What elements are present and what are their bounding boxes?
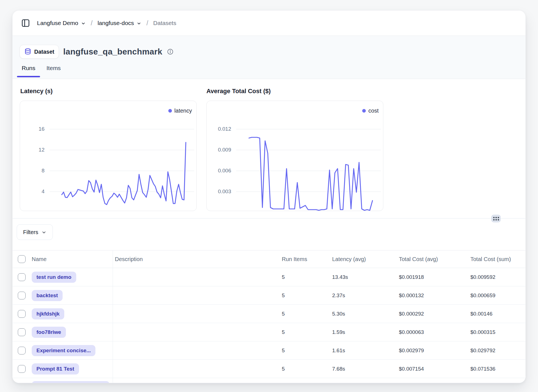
top-bar: Langfuse Demo / langfuse-docs / Datasets <box>13 11 525 36</box>
dataset-badge-label: Dataset <box>34 49 54 55</box>
cost-legend: cost <box>362 108 379 114</box>
column-header-total-cost-sum[interactable]: Total Cost (sum) <box>470 256 511 262</box>
latency-line-chart <box>20 101 197 211</box>
cell-total-cost-avg: $0.000063 <box>399 329 424 335</box>
table-row[interactable]: backtest 5 2.37s $0.000132 $0.000659 <box>13 286 525 305</box>
row-checkbox[interactable] <box>18 328 26 336</box>
select-all-checkbox[interactable] <box>18 255 26 263</box>
sidebar-toggle-icon[interactable] <box>21 18 30 28</box>
latency-legend: latency <box>168 108 192 114</box>
run-name-badge[interactable]: backtest <box>32 290 63 301</box>
breadcrumb-page[interactable]: Datasets <box>153 20 176 26</box>
column-header-run-items[interactable]: Run Items <box>282 256 307 262</box>
run-name-badge[interactable]: Experiment concise... <box>32 345 95 356</box>
breadcrumb-org-label: Langfuse Demo <box>37 20 78 26</box>
cell-total-cost-avg: $0.001918 <box>399 274 424 280</box>
table-row[interactable]: foo78riwe 5 1.59s $0.000063 $0.000315 <box>13 323 525 341</box>
cell-latency-avg: 13.43s <box>332 274 348 280</box>
cell-total-cost-avg: $0.000292 <box>399 311 424 317</box>
legend-label: cost <box>368 108 379 114</box>
cell-latency-avg: 5.30s <box>332 311 345 317</box>
run-name-badge[interactable]: foo78riwe <box>32 327 66 338</box>
grip-dots-icon <box>493 217 499 220</box>
tab-items[interactable]: Items <box>42 65 65 79</box>
latency-chart-card: 16 12 8 4 latency <box>20 101 197 211</box>
legend-label: latency <box>174 108 192 114</box>
legend-dot <box>362 109 366 113</box>
cell-run-items: 5 <box>282 274 285 280</box>
cell-total-cost-avg: $0.007154 <box>399 366 424 372</box>
panel-resize-handle[interactable] <box>491 215 501 222</box>
breadcrumb-project-label: langfuse-docs <box>98 20 134 26</box>
cost-line-chart <box>207 101 383 211</box>
chevron-down-icon <box>81 21 86 26</box>
row-checkbox[interactable] <box>18 292 26 299</box>
cell-total-cost-sum: $0.000659 <box>470 292 495 299</box>
row-checkbox[interactable] <box>18 310 26 318</box>
cell-latency-avg: 2.37s <box>332 292 345 299</box>
breadcrumb-slash: / <box>91 19 92 27</box>
column-header-latency-avg[interactable]: Latency (avg) <box>332 256 366 262</box>
run-name-badge[interactable]: Prompt 81 Test <box>32 363 79 374</box>
run-name-badge[interactable] <box>32 381 110 383</box>
column-header-description[interactable]: Description <box>115 256 143 262</box>
table-row[interactable]: Experiment concise... 5 1.61s $0.002979 … <box>13 341 525 360</box>
page-title: langfuse_qa_benchmark <box>63 47 162 56</box>
table-row[interactable] <box>13 378 525 383</box>
table-row[interactable]: test run demo 5 13.43s $0.001918 $0.0095… <box>13 268 525 286</box>
cell-latency-avg: 7.68s <box>332 366 345 372</box>
legend-dot <box>168 109 172 113</box>
chevron-down-icon <box>41 230 46 235</box>
database-icon <box>24 48 31 55</box>
latency-chart-title: Latency (s) <box>20 88 53 95</box>
run-name-badge[interactable]: test run demo <box>32 272 76 283</box>
tab-bar: Runs Items <box>17 65 65 79</box>
cell-total-cost-sum: $0.009592 <box>470 274 495 280</box>
cell-total-cost-sum: $0.071536 <box>470 366 495 372</box>
cell-run-items: 5 <box>282 366 285 372</box>
dataset-header-section: Dataset langfuse_qa_benchmark Runs Items <box>13 36 525 79</box>
column-divider <box>113 250 113 383</box>
column-header-total-cost-avg[interactable]: Total Cost (avg) <box>399 256 438 262</box>
breadcrumb-slash: / <box>146 19 148 27</box>
cell-latency-avg: 1.59s <box>332 329 345 335</box>
cell-total-cost-sum: $0.029792 <box>470 348 495 354</box>
table-body: test run demo 5 13.43s $0.001918 $0.0095… <box>13 268 525 383</box>
breadcrumb-org[interactable]: Langfuse Demo <box>37 20 86 26</box>
cost-chart-title: Average Total Cost ($) <box>206 88 271 95</box>
info-icon[interactable] <box>167 48 174 55</box>
app-window: Langfuse Demo / langfuse-docs / Datasets <box>12 10 526 383</box>
section-divider <box>13 218 525 219</box>
cell-run-items: 5 <box>282 348 285 354</box>
cell-total-cost-avg: $0.000132 <box>399 292 424 299</box>
cell-total-cost-sum: $0.000315 <box>470 329 495 335</box>
run-name-badge[interactable]: hjkfdshjk <box>32 308 64 319</box>
chevron-down-icon <box>137 21 141 26</box>
cell-total-cost-sum: $0.00146 <box>470 311 492 317</box>
runs-table: Name Description Run Items Latency (avg)… <box>13 250 525 383</box>
cell-latency-avg: 1.61s <box>332 348 345 354</box>
column-header-name[interactable]: Name <box>32 256 46 262</box>
row-checkbox[interactable] <box>18 273 26 281</box>
filters-button[interactable]: Filters <box>17 224 53 240</box>
filters-button-label: Filters <box>23 229 38 235</box>
table-row[interactable]: Prompt 81 Test 5 7.68s $0.007154 $0.0715… <box>13 360 525 378</box>
cost-chart-card: 0.012 0.009 0.006 0.003 cost <box>206 101 383 211</box>
cell-run-items: 5 <box>282 329 285 335</box>
table-header-row: Name Description Run Items Latency (avg)… <box>13 250 525 268</box>
table-row[interactable]: hjkfdshjk 5 5.30s $0.000292 $0.00146 <box>13 305 525 323</box>
tab-runs[interactable]: Runs <box>17 65 40 79</box>
cell-run-items: 5 <box>282 311 285 317</box>
cell-total-cost-avg: $0.002979 <box>399 348 424 354</box>
breadcrumb-project[interactable]: langfuse-docs <box>98 20 142 26</box>
breadcrumb: Langfuse Demo / langfuse-docs / Datasets <box>37 19 176 27</box>
cell-run-items: 5 <box>282 292 285 299</box>
row-checkbox[interactable] <box>18 347 26 354</box>
row-checkbox[interactable] <box>18 365 26 373</box>
dataset-type-badge: Dataset <box>19 45 59 59</box>
